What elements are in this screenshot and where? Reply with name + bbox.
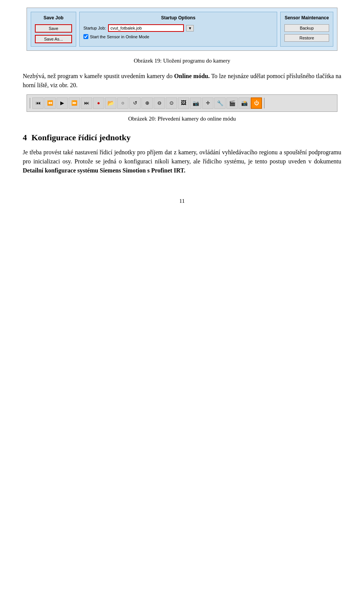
section-4-number: 4 <box>23 133 27 143</box>
toolbar-separator-right <box>264 98 265 108</box>
startup-options-panel: Startup Options Startup Job: ▼ Start the… <box>79 12 277 47</box>
image2-icon[interactable]: 📷 <box>190 97 201 109</box>
skip-to-start-icon[interactable]: ⏮ <box>32 97 44 109</box>
para1-text: Nezbývá, než program v kameře spustit uv… <box>23 73 173 79</box>
folder-open-icon[interactable]: 📂 <box>105 97 116 109</box>
section-4-body: Je třeba provést také nastavení řídicí j… <box>23 148 341 175</box>
online-mode-label: Start the Sensor in Online Mode <box>90 34 149 39</box>
video-icon[interactable]: 🎬 <box>226 97 238 109</box>
camera-icon[interactable]: 📸 <box>238 97 250 109</box>
figure-19-screenshot: Save Job Save Save As... Startup Options… <box>27 8 337 51</box>
sensor-maintenance-title: Sensor Maintenance <box>284 15 329 20</box>
play-icon[interactable]: ▶ <box>56 97 68 109</box>
para1-bold: Online módu. <box>174 73 210 79</box>
startup-job-input[interactable] <box>108 24 184 32</box>
power-icon[interactable]: ⏻ <box>251 97 262 109</box>
refresh-icon[interactable]: ↺ <box>129 97 141 109</box>
section-4-body-bold: Detailní konfigurace systému Siemens Sim… <box>23 167 185 174</box>
online-mode-checkbox[interactable] <box>83 34 88 39</box>
save-job-title: Save Job <box>35 15 72 20</box>
zoom-out-icon[interactable]: ⊖ <box>154 97 165 109</box>
figure-20-caption: Obrázek 20: Převedení kamery do online m… <box>23 116 341 122</box>
startup-job-dropdown-arrow[interactable]: ▼ <box>186 25 194 31</box>
section-4-title: Konfigurace řídicí jednotky <box>31 133 131 143</box>
zoom-in-icon[interactable]: ⊕ <box>141 97 153 109</box>
record-icon[interactable]: ● <box>93 97 104 109</box>
image1-icon[interactable]: 🖼 <box>178 97 189 109</box>
section-4-body-text: Je třeba provést také nastavení řídicí j… <box>23 149 341 165</box>
startup-job-row: Startup Job: ▼ <box>83 24 273 32</box>
rewind-icon[interactable]: ⏪ <box>44 97 56 109</box>
save-as-button[interactable]: Save As... <box>35 35 72 43</box>
crosshair-icon[interactable]: ✛ <box>202 97 213 109</box>
circle-icon[interactable]: ○ <box>117 97 129 109</box>
page: Save Job Save Save As... Startup Options… <box>0 0 364 227</box>
skip-to-end-icon[interactable]: ⏭ <box>81 97 92 109</box>
online-mode-checkbox-row: Start the Sensor in Online Mode <box>83 34 273 39</box>
section-4-heading: 4 Konfigurace řídicí jednotky <box>23 133 341 143</box>
sensor-maintenance-panel: Sensor Maintenance Backup Restore <box>280 12 333 47</box>
fast-forward-icon[interactable]: ⏩ <box>69 97 80 109</box>
backup-button[interactable]: Backup <box>284 24 329 32</box>
paragraph-1: Nezbývá, než program v kameře spustit uv… <box>23 72 341 90</box>
save-button[interactable]: Save <box>35 24 72 33</box>
zoom-fit-icon[interactable]: ⊙ <box>166 97 177 109</box>
figure-19-caption: Obrázek 19: Uložení programu do kamery <box>23 58 341 64</box>
restore-button[interactable]: Restore <box>284 34 329 42</box>
figure-20-toolbar: ⏮ ⏪ ▶ ⏩ ⏭ ● 📂 ○ ↺ ⊕ ⊖ ⊙ 🖼 📷 ✛ 🔧 🎬 📸 ⏻ <box>27 94 337 112</box>
page-number: 11 <box>23 198 341 204</box>
save-job-panel: Save Job Save Save As... <box>31 12 76 47</box>
startup-options-title: Startup Options <box>83 15 273 20</box>
toolbar-separator-left <box>30 98 30 108</box>
tool-icon[interactable]: 🔧 <box>214 97 226 109</box>
startup-job-label: Startup Job: <box>83 26 106 30</box>
